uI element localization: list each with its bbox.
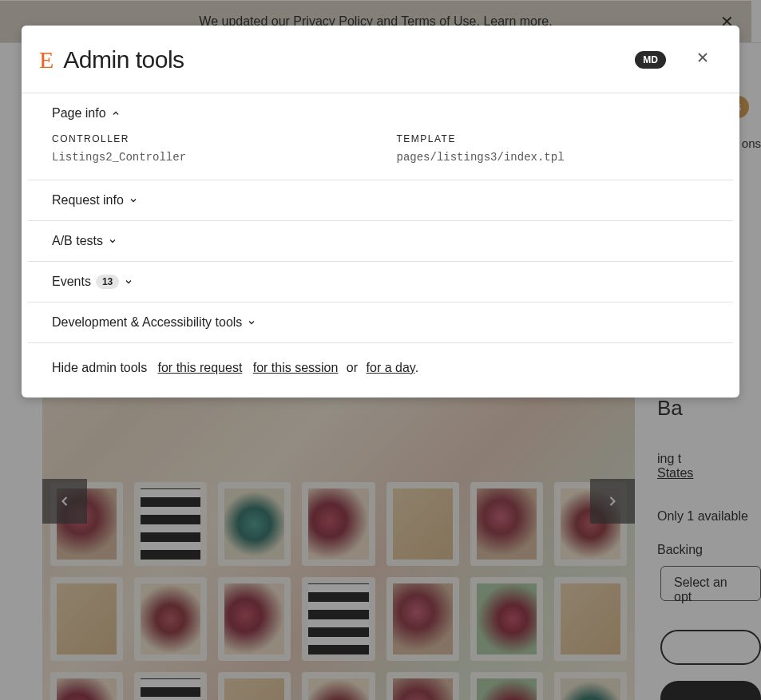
section-ab-tests: A/B tests <box>28 221 733 262</box>
section-label: Page info <box>52 106 106 121</box>
chevron-down-icon <box>129 196 138 205</box>
chevron-down-icon <box>108 236 117 246</box>
section-dev-a11y: Development & Accessibility tools <box>28 303 733 343</box>
close-icon <box>695 49 711 65</box>
section-page-info: Page info CONTROLLER Listings2_Controlle… <box>28 93 733 180</box>
section-label: Events <box>52 275 91 289</box>
controller-info: CONTROLLER Listings2_Controller <box>52 133 365 164</box>
controller-label: CONTROLLER <box>52 133 365 144</box>
chevron-down-icon <box>124 277 133 287</box>
modal-header: E Admin tools MD <box>22 26 739 93</box>
template-info: TEMPLATE pages/listings3/index.tpl <box>397 133 710 164</box>
hide-admin-tools-row: Hide admin tools for this request for th… <box>28 343 733 397</box>
events-count-badge: 13 <box>96 275 119 289</box>
hide-for-session-link[interactable]: for this session <box>253 361 339 374</box>
section-toggle-ab-tests[interactable]: A/B tests <box>52 221 709 261</box>
section-request-info: Request info <box>28 180 733 221</box>
or-text: or <box>347 361 358 374</box>
section-label: A/B tests <box>52 234 103 248</box>
section-toggle-events[interactable]: Events 13 <box>52 262 709 302</box>
controller-value: Listings2_Controller <box>52 151 365 164</box>
chevron-down-icon <box>247 318 256 327</box>
close-button[interactable] <box>690 45 715 75</box>
chevron-up-icon <box>111 109 121 118</box>
breakpoint-badge: MD <box>635 51 666 69</box>
section-toggle-dev-a11y[interactable]: Development & Accessibility tools <box>52 303 709 342</box>
section-toggle-page-info[interactable]: Page info <box>52 93 709 133</box>
section-toggle-request-info[interactable]: Request info <box>52 180 709 220</box>
admin-tools-modal: E Admin tools MD Page info CONTROLLER Li… <box>22 26 739 397</box>
template-value: pages/listings3/index.tpl <box>397 151 710 164</box>
hide-prefix: Hide admin tools <box>52 361 147 374</box>
section-events: Events 13 <box>28 262 733 303</box>
period: . <box>415 361 418 374</box>
section-label: Request info <box>52 193 124 208</box>
hide-for-request-link[interactable]: for this request <box>158 361 243 374</box>
modal-title: Admin tools <box>63 46 635 73</box>
template-label: TEMPLATE <box>397 133 710 144</box>
page-info-content: CONTROLLER Listings2_Controller TEMPLATE… <box>52 133 709 180</box>
etsy-logo-icon: E <box>39 48 54 72</box>
section-label: Development & Accessibility tools <box>52 315 242 330</box>
hide-for-day-link[interactable]: for a day <box>367 361 415 374</box>
